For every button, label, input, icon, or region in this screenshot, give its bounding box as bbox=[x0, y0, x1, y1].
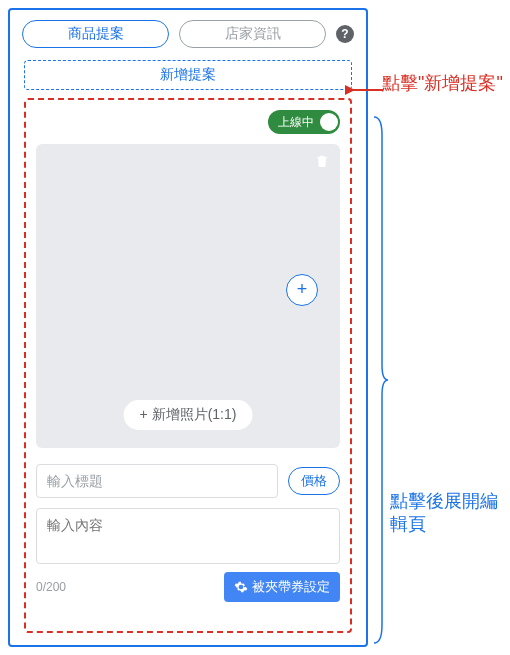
help-icon[interactable]: ? bbox=[336, 25, 354, 43]
coupon-settings-button[interactable]: 被夾帶券設定 bbox=[224, 572, 340, 602]
annotation-expand-editor: 點擊後展開編輯頁 bbox=[390, 490, 510, 537]
tab-product-proposal[interactable]: 商品提案 bbox=[22, 20, 169, 48]
annotation-arrow-icon bbox=[345, 80, 385, 100]
content-textarea[interactable] bbox=[36, 508, 340, 564]
add-proposal-button[interactable]: 新增提案 bbox=[24, 60, 352, 90]
trash-icon[interactable] bbox=[314, 152, 330, 170]
title-input[interactable] bbox=[36, 464, 278, 498]
add-photo-pill[interactable]: + 新增照片(1:1) bbox=[124, 400, 253, 430]
plus-icon: + bbox=[297, 279, 308, 300]
gear-icon bbox=[234, 580, 248, 594]
title-row: 價格 bbox=[36, 464, 340, 498]
top-tabs: 商品提案 店家資訊 ? bbox=[10, 10, 366, 56]
annotation-click-add: 點擊"新增提案" bbox=[382, 72, 503, 95]
app-frame: 商品提案 店家資訊 ? 新增提案 上線中 + + 新增照片(1:1) 價格 bbox=[8, 8, 368, 647]
bottom-row: 0/200 被夾帶券設定 bbox=[36, 572, 340, 602]
price-button[interactable]: 價格 bbox=[288, 467, 340, 495]
coupon-label: 被夾帶券設定 bbox=[252, 578, 330, 596]
annotation-brace-icon bbox=[370, 115, 390, 645]
toggle-knob bbox=[320, 113, 338, 131]
editor-panel: 上線中 + + 新增照片(1:1) 價格 0/200 被夾帶券 bbox=[24, 98, 352, 633]
tab-store-info[interactable]: 店家資訊 bbox=[179, 20, 326, 48]
online-toggle[interactable]: 上線中 bbox=[268, 110, 340, 134]
toggle-label: 上線中 bbox=[278, 114, 314, 131]
toggle-row: 上線中 bbox=[36, 110, 340, 134]
char-counter: 0/200 bbox=[36, 580, 66, 594]
add-image-button[interactable]: + bbox=[286, 274, 318, 306]
image-upload-area[interactable]: + + 新增照片(1:1) bbox=[36, 144, 340, 448]
